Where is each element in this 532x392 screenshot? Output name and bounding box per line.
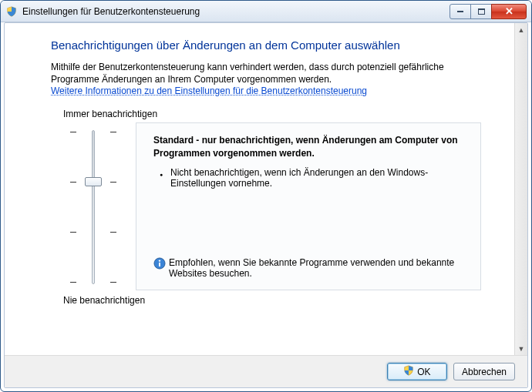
client-area: Benachrichtigungen über Änderungen an de…	[4, 22, 528, 388]
ok-label: OK	[417, 367, 430, 377]
vertical-scrollbar[interactable]: ▲ ▼	[514, 23, 527, 355]
slider-top-label: Immer benachrichtigen	[63, 109, 481, 119]
window-title: Einstellungen für Benutzerkontensteuerun…	[22, 6, 450, 17]
recommendation-row: Empfohlen, wenn Sie bekannte Programme v…	[153, 257, 463, 279]
window-buttons: ✕	[450, 4, 527, 19]
scroll-up-icon[interactable]: ▲	[515, 23, 527, 36]
bullet-icon	[160, 167, 170, 189]
help-link[interactable]: Weitere Informationen zu den Einstellung…	[51, 85, 367, 96]
cancel-label: Abbrechen	[462, 367, 507, 377]
slider-bottom-label: Nie benachrichtigen	[63, 295, 481, 306]
notification-slider[interactable]	[70, 127, 116, 287]
description-title: Standard - nur benachrichtigen, wenn Änd…	[153, 134, 463, 159]
ok-button[interactable]: OK	[387, 363, 447, 380]
close-icon: ✕	[505, 6, 513, 16]
maximize-icon	[478, 8, 485, 15]
svg-rect-2	[159, 263, 160, 267]
description-bullet: Nicht benachrichtigen, wenn ich Änderung…	[160, 167, 463, 189]
uac-settings-window: Einstellungen für Benutzerkontensteuerun…	[0, 0, 532, 392]
uac-shield-icon	[403, 365, 414, 378]
scroll-down-icon[interactable]: ▼	[515, 342, 527, 355]
description-panel: Standard - nur benachrichtigen, wenn Änd…	[136, 122, 481, 290]
slider-thumb[interactable]	[85, 177, 102, 186]
cancel-button[interactable]: Abbrechen	[453, 363, 515, 380]
titlebar[interactable]: Einstellungen für Benutzerkontensteuerun…	[1, 1, 531, 22]
info-icon	[153, 257, 169, 279]
close-button[interactable]: ✕	[491, 4, 527, 19]
recommendation-text: Empfohlen, wenn Sie bekannte Programme v…	[169, 257, 463, 279]
dialog-footer: OK Abbrechen	[5, 355, 527, 387]
maximize-button[interactable]	[470, 4, 492, 19]
svg-point-1	[159, 260, 160, 262]
slider-track	[92, 130, 95, 284]
content-area: Benachrichtigungen über Änderungen an de…	[5, 23, 527, 355]
minimize-button[interactable]	[450, 4, 471, 19]
slider-section: Immer benachrichtigen Standa	[51, 109, 481, 306]
minimize-icon	[457, 11, 463, 12]
intro-text: Mithilfe der Benutzerkontensteuerung kan…	[51, 61, 481, 85]
page-heading: Benachrichtigungen über Änderungen an de…	[51, 39, 481, 52]
uac-shield-icon	[5, 5, 18, 18]
description-bullet-text: Nicht benachrichtigen, wenn ich Änderung…	[170, 167, 463, 189]
